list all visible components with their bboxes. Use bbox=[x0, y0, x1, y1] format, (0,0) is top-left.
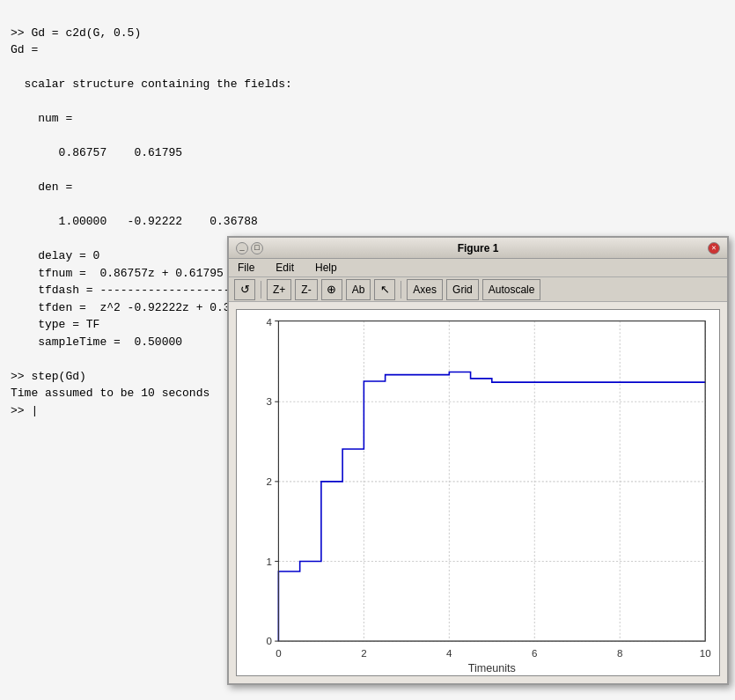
close-icon: ✕ bbox=[711, 243, 716, 253]
y-tick-1: 1 bbox=[267, 556, 272, 567]
menu-file[interactable]: File bbox=[234, 260, 258, 276]
y-tick-4: 4 bbox=[267, 317, 273, 328]
console-line-12: type = TF bbox=[11, 318, 99, 331]
figure-titlebar: _ □ Figure 1 ✕ bbox=[229, 238, 727, 259]
y-tick-3: 3 bbox=[267, 396, 272, 407]
x-tick-8: 8 bbox=[617, 648, 622, 659]
pan-button[interactable]: ⊕ bbox=[321, 279, 342, 300]
cursor-icon: ↖ bbox=[380, 283, 390, 296]
cursor-button[interactable]: ↖ bbox=[374, 279, 395, 300]
console-line-13: sampleTime = 0.50000 bbox=[11, 335, 182, 349]
figure-toolbar: ↺ Z+ Z- ⊕ Ab ↖ Axes Grid Autoscale bbox=[229, 277, 727, 302]
chart-svg: 0 2 4 6 8 10 Timeunits 0 1 2 3 4 bbox=[237, 310, 719, 675]
axes-button[interactable]: Axes bbox=[407, 279, 443, 300]
text-button[interactable]: Ab bbox=[346, 279, 371, 300]
x-tick-0: 0 bbox=[276, 648, 281, 659]
menu-edit[interactable]: Edit bbox=[272, 260, 298, 276]
plot-container: 0 2 4 6 8 10 Timeunits 0 1 2 3 4 bbox=[236, 309, 720, 676]
toolbar-separator-2 bbox=[401, 281, 401, 298]
rotate-icon: ↺ bbox=[240, 283, 250, 296]
restore-icon: □ bbox=[254, 244, 259, 253]
console-line-8: delay = 0 bbox=[11, 249, 99, 262]
grid-button[interactable]: Grid bbox=[446, 279, 479, 300]
minimize-icon: _ bbox=[239, 244, 244, 253]
console-line-7: 1.00000 -0.92222 0.36788 bbox=[11, 215, 258, 228]
rotate-button[interactable]: ↺ bbox=[234, 279, 255, 300]
console-line-3: scalar structure containing Filethe fiel… bbox=[11, 77, 292, 91]
zoom-out-button[interactable]: Z- bbox=[295, 279, 317, 300]
y-tick-2: 2 bbox=[267, 476, 272, 487]
console-line-16: >> | bbox=[11, 404, 38, 417]
autoscale-button[interactable]: Autoscale bbox=[482, 279, 541, 300]
minimize-button[interactable]: _ bbox=[236, 242, 248, 254]
figure-window: _ □ Figure 1 ✕ File Edit Help ↺ Z+ Z- ⊕ … bbox=[227, 236, 729, 685]
x-axis-label: Timeunits bbox=[468, 662, 516, 674]
console-line-14: >> step(Gd) bbox=[11, 370, 86, 383]
pan-icon: ⊕ bbox=[327, 283, 336, 296]
zoom-in-button[interactable]: Z+ bbox=[267, 279, 291, 300]
console-line-9: tfnum = 0.86757z + 0.61795 bbox=[11, 267, 224, 280]
console-line-1: >> Gd = c2d(G, 0.5) bbox=[11, 26, 141, 40]
restore-button[interactable]: □ bbox=[251, 242, 263, 254]
console-line-5: 0.86757 0.61795 bbox=[11, 146, 182, 159]
menu-help[interactable]: Help bbox=[312, 260, 341, 276]
console-line-4: num = bbox=[11, 112, 72, 125]
figure-title: Figure 1 bbox=[280, 242, 676, 254]
y-tick-0: 0 bbox=[267, 636, 272, 646]
x-tick-4: 4 bbox=[446, 648, 452, 659]
toolbar-separator-1 bbox=[261, 281, 261, 298]
console-line-2: Gd = bbox=[11, 43, 38, 56]
figure-menubar: File Edit Help bbox=[229, 259, 727, 277]
console-line-11: tfden = z^2 -0.92222z + 0.36788 bbox=[11, 301, 258, 314]
text-icon: Ab bbox=[352, 284, 365, 296]
close-button[interactable]: ✕ bbox=[708, 242, 720, 254]
console-line-15: Time assumed to be 10 seconds bbox=[11, 387, 209, 400]
x-tick-6: 6 bbox=[532, 648, 537, 659]
figure-plot-area: 0 2 4 6 8 10 Timeunits 0 1 2 3 4 bbox=[229, 302, 727, 683]
console-line-6: den = bbox=[11, 181, 72, 194]
x-tick-2: 2 bbox=[361, 648, 366, 659]
x-tick-10: 10 bbox=[700, 648, 711, 659]
